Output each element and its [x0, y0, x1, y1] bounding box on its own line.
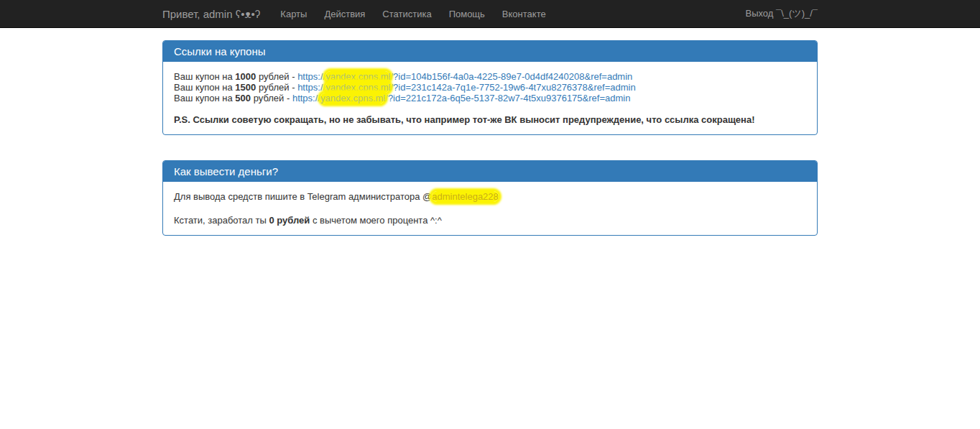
- coupons-panel-body: Ваш купон на 1000 рублей - https://yande…: [163, 62, 817, 134]
- coupon-amount: 1500: [235, 82, 256, 93]
- coupon-amount: 500: [235, 93, 251, 103]
- main-container: Ссылки на купоны Ваш купон на 1000 рубле…: [162, 40, 818, 236]
- redacted-telegram-handle: admintelega228: [432, 191, 499, 202]
- coupon-line-prefix: Ваш купон на: [174, 82, 235, 93]
- earnings-suffix: с вычетом моего процента ^:^: [310, 215, 442, 226]
- withdraw-instruction: Для вывода средств пишите в Telegram адм…: [174, 191, 806, 202]
- nav-item-actions[interactable]: Действия: [315, 9, 374, 19]
- withdraw-panel: Как вывести деньги? Для вывода средств п…: [162, 160, 818, 236]
- earnings-amount: 0 рублей: [269, 215, 310, 226]
- nav-item-help[interactable]: Помощь: [440, 9, 494, 19]
- logout-link[interactable]: Выход ¯\_(ツ)_/¯: [745, 7, 818, 20]
- redacted-url-domain: yandex.cpns.ml: [325, 82, 390, 93]
- redacted-url-domain: yandex.cpns.ml: [325, 71, 390, 82]
- coupon-link-500[interactable]: https://yandex.cpns.ml/?id=221c172a-6q5e…: [292, 93, 631, 103]
- nav-item-statistics[interactable]: Статистика: [374, 9, 440, 19]
- url-path: /?id=231c142a-7q1e-7752-19w6-4t7xu827637…: [390, 82, 635, 93]
- coupon-line-suffix: рублей -: [251, 93, 292, 103]
- coupon-line-prefix: Ваш купон на: [174, 71, 235, 82]
- coupon-line-prefix: Ваш купон на: [174, 93, 235, 103]
- coupon-line-1500: Ваш купон на 1500 рублей - https://yande…: [174, 82, 806, 93]
- nav-item-vkontakte[interactable]: Вконтакте: [494, 9, 555, 19]
- coupon-line-suffix: рублей -: [256, 71, 297, 82]
- redacted-url-domain: yandex.cpns.ml: [320, 93, 385, 103]
- coupon-link-1000[interactable]: https://yandex.cpns.ml/?id=104b156f-4a0a…: [297, 71, 632, 82]
- top-navbar: Привет, admin ʕ•ᴥ•ʔ Карты Действия Стати…: [0, 0, 980, 28]
- coupon-line-1000: Ваш купон на 1000 рублей - https://yande…: [174, 71, 806, 82]
- coupon-link-1500[interactable]: https://yandex.cpns.ml/?id=231c142a-7q1e…: [297, 82, 636, 93]
- earnings-prefix: Кстати, заработал ты: [174, 215, 269, 226]
- navbar-container: Привет, admin ʕ•ᴥ•ʔ Карты Действия Стати…: [162, 0, 818, 27]
- url-path: /?id=104b156f-4a0a-4225-89e7-0d4df424020…: [390, 71, 632, 82]
- url-scheme: https://: [292, 93, 320, 103]
- withdraw-panel-body: Для вывода средств пишите в Telegram адм…: [163, 182, 817, 235]
- coupons-panel: Ссылки на купоны Ваш купон на 1000 рубле…: [162, 40, 818, 135]
- withdraw-instruction-text: Для вывода средств пишите в Telegram адм…: [174, 191, 432, 202]
- nav-item-cards[interactable]: Карты: [272, 9, 315, 19]
- navbar-menu: Карты Действия Статистика Помощь Вконтак…: [272, 9, 554, 19]
- earnings-line: Кстати, заработал ты 0 рублей с вычетом …: [174, 215, 806, 226]
- coupon-amount: 1000: [235, 71, 256, 82]
- withdraw-panel-title: Как вывести деньги?: [163, 161, 817, 182]
- coupon-line-suffix: рублей -: [256, 82, 297, 93]
- coupons-panel-title: Ссылки на купоны: [163, 41, 817, 62]
- coupon-line-500: Ваш купон на 500 рублей - https://yandex…: [174, 93, 806, 103]
- url-path: /?id=221c172a-6q5e-5137-82w7-4t5xu937617…: [385, 93, 630, 103]
- url-scheme: https://: [297, 82, 325, 93]
- ps-note: P.S. Ссылки советую сокращать, но не заб…: [174, 114, 806, 125]
- url-scheme: https://: [297, 71, 325, 82]
- navbar-brand-greeting: Привет, admin ʕ•ᴥ•ʔ: [162, 8, 260, 20]
